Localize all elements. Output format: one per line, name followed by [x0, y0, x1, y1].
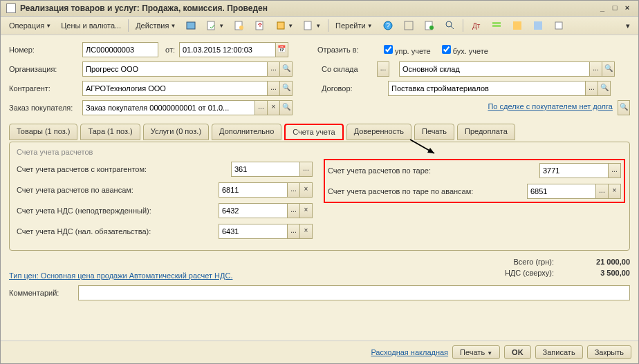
tab-extra[interactable]: Дополнительно [212, 124, 281, 140]
close-button[interactable]: × [622, 3, 633, 13]
tab-prepay[interactable]: Предоплата [457, 124, 515, 140]
warehouse-select-button[interactable]: ... [590, 61, 602, 77]
tab-goods[interactable]: Товары (1 поз.) [9, 124, 77, 140]
prices-button[interactable]: Цены и валюта... [57, 20, 125, 31]
acc-advance-input[interactable] [219, 182, 288, 198]
toolbar-icon-5[interactable]: ▼ [271, 19, 297, 32]
number-label: Номер: [9, 46, 78, 54]
vat-value: 3 500,00 [575, 269, 630, 277]
acc-vat-tax-clear[interactable]: × [300, 224, 313, 239]
toolbar-icon-1[interactable] [181, 19, 201, 32]
svg-rect-17 [513, 21, 521, 30]
actions-menu[interactable]: Действия ▼ [131, 20, 180, 31]
warehouse-type-button[interactable]: ... [377, 61, 389, 77]
acc-advance-label: Счет учета расчетов по авансам: [17, 186, 219, 194]
number-input[interactable] [82, 42, 158, 57]
window-icon [6, 3, 16, 13]
acc-tare-adv-select[interactable]: ... [596, 184, 609, 199]
window-title: Реализация товаров и услуг: Продажа, ком… [20, 3, 597, 13]
help-icon[interactable]: ? [378, 19, 398, 32]
date-input[interactable] [179, 42, 276, 57]
toolbar-icon-8[interactable] [420, 19, 439, 32]
order-select-button[interactable]: ... [255, 100, 268, 115]
acc-vat-unconf-input[interactable] [219, 203, 288, 218]
tab-print[interactable]: Печать [414, 124, 454, 140]
acc-tare-input[interactable] [539, 163, 609, 178]
toolbar-icon-9[interactable] [441, 19, 460, 32]
titlebar: Реализация товаров и услуг: Продажа, ком… [1, 1, 638, 17]
mgmt-checkbox[interactable]: упр. учете [384, 45, 431, 55]
calendar-icon[interactable]: 📅 [276, 42, 288, 57]
svg-rect-5 [277, 22, 284, 29]
svg-text:Дт: Дт [472, 22, 481, 30]
operation-menu[interactable]: Операция ▼ [5, 20, 55, 31]
acc-advance-clear[interactable]: × [300, 182, 313, 198]
acc-advance-select[interactable]: ... [288, 182, 300, 198]
invoice-link[interactable]: Расходная накладная [371, 348, 448, 356]
contract-lookup-button[interactable]: 🔍 [598, 81, 611, 96]
acc-tare-adv-clear[interactable]: × [609, 184, 621, 199]
toolbar-icon-12[interactable] [508, 19, 527, 32]
warehouse-input[interactable] [399, 61, 590, 77]
order-label: Заказ покупателя: [9, 104, 78, 112]
tare-accounts-highlight: Счет учета расчетов по таре: ... Счет уч… [324, 159, 625, 203]
org-input[interactable] [82, 61, 268, 77]
contract-select-button[interactable]: ... [586, 81, 598, 96]
deal-link[interactable]: По сделке с покупателем нет долга [488, 102, 613, 111]
order-clear-button[interactable]: × [268, 100, 280, 115]
tab-tare[interactable]: Тара (1 поз.) [80, 124, 140, 140]
vat-label: НДС (сверху): [505, 269, 554, 277]
acc-contractor-select[interactable]: ... [300, 162, 313, 177]
goto-menu[interactable]: Перейти ▼ [331, 20, 377, 31]
toolbar-icon-3[interactable] [230, 19, 249, 32]
acc-checkbox[interactable]: бух. учете [442, 45, 488, 55]
contractor-lookup-button[interactable]: 🔍 [280, 81, 293, 96]
warehouse-lookup-button[interactable]: 🔍 [602, 61, 615, 77]
toolbar-icon-10[interactable]: Дт [466, 19, 485, 32]
toolbar-icon-4[interactable] [250, 19, 270, 32]
org-select-button[interactable]: ... [268, 61, 280, 77]
svg-point-11 [429, 26, 434, 30]
org-label: Организация: [9, 65, 78, 73]
toolbar-icon-13[interactable] [528, 19, 548, 32]
warehouse-label: Со склада [322, 65, 373, 73]
total-label: Всего (грн): [514, 258, 555, 266]
acc-vat-unconf-select[interactable]: ... [288, 203, 300, 218]
ok-button[interactable]: OK [504, 345, 531, 359]
maximize-button[interactable]: □ [609, 3, 620, 13]
print-button[interactable]: Печать ▼ [452, 345, 500, 359]
toolbar-icon-14[interactable] [549, 19, 568, 32]
toolbar-icon-6[interactable]: ▼ [299, 19, 325, 32]
acc-tare-select[interactable]: ... [609, 163, 621, 178]
acc-vat-unconf-clear[interactable]: × [300, 203, 313, 218]
toolbar-icon-11[interactable] [487, 19, 506, 32]
org-lookup-button[interactable]: 🔍 [280, 61, 293, 77]
minimize-button[interactable]: _ [597, 3, 608, 13]
tab-attorney[interactable]: Доверенность [346, 124, 411, 140]
deal-lookup-button[interactable]: 🔍 [618, 100, 630, 115]
contractor-input[interactable] [82, 81, 268, 96]
tab-accounts[interactable]: Счета учета [284, 124, 343, 140]
contractor-select-button[interactable]: ... [268, 81, 280, 96]
svg-rect-0 [187, 22, 195, 29]
svg-rect-15 [492, 22, 501, 24]
contract-label: Договор: [322, 84, 384, 93]
comment-input[interactable] [78, 285, 630, 300]
order-input[interactable] [82, 100, 255, 115]
price-info-link[interactable]: Тип цен: Основная цена продажи Автоматич… [9, 271, 232, 280]
acc-vat-tax-select[interactable]: ... [288, 224, 300, 239]
panel-title: Счета учета расчетов [17, 148, 622, 156]
close-window-button[interactable]: Закрыть [587, 345, 631, 359]
toolbar-more-icon[interactable]: ▾ [622, 20, 634, 32]
order-lookup-button[interactable]: 🔍 [280, 100, 293, 115]
contract-input[interactable] [388, 81, 586, 96]
acc-tare-adv-input[interactable] [527, 184, 596, 199]
save-button[interactable]: Записать [535, 345, 583, 359]
from-label: от: [165, 46, 175, 54]
acc-contractor-input[interactable] [231, 162, 300, 177]
acc-vat-tax-input[interactable] [219, 224, 288, 239]
tab-services[interactable]: Услуги (0 поз.) [143, 124, 209, 140]
svg-point-3 [239, 26, 243, 30]
toolbar-icon-7[interactable] [399, 19, 418, 32]
toolbar-icon-2[interactable]: ▼ [202, 19, 228, 32]
